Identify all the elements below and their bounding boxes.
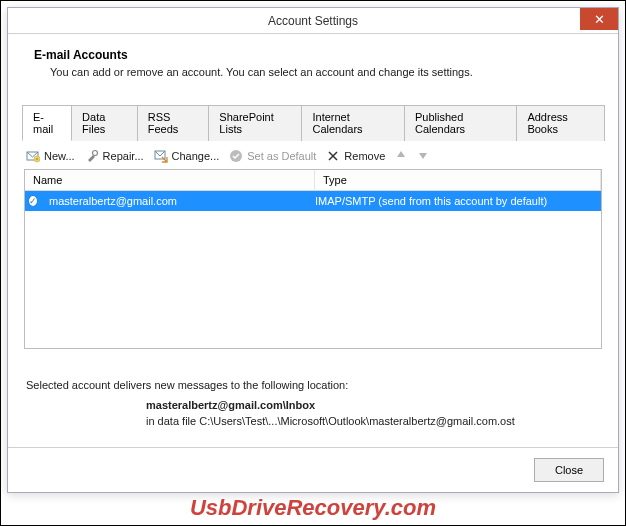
repair-icon (85, 149, 99, 163)
tab-label: Internet Calendars (312, 111, 362, 135)
check-icon (229, 149, 243, 163)
delivery-target: masteralbertz@gmail.com\Inbox (26, 399, 600, 411)
tab-label: Address Books (527, 111, 567, 135)
default-account-icon: ✓ (25, 195, 43, 207)
column-headers: Name Type (25, 170, 601, 191)
change-button[interactable]: Change... (154, 149, 220, 163)
tab-rss-feeds[interactable]: RSS Feeds (137, 105, 210, 141)
window-close-button[interactable]: ✕ (580, 8, 618, 30)
change-icon (154, 149, 168, 163)
new-icon (26, 149, 40, 163)
remove-icon (326, 149, 340, 163)
tab-email[interactable]: E-mail (22, 105, 72, 141)
tab-data-files[interactable]: Data Files (71, 105, 138, 141)
header-description: You can add or remove an account. You ca… (34, 66, 600, 78)
remove-label: Remove (344, 150, 385, 162)
dialog-footer: Close (8, 447, 618, 492)
set-default-button: Set as Default (229, 149, 316, 163)
watermark-text: UsbDriveRecovery.com (190, 495, 436, 521)
account-type-cell: IMAP/SMTP (send from this account by def… (309, 195, 601, 207)
header-title: E-mail Accounts (34, 48, 600, 62)
tab-sharepoint-lists[interactable]: SharePoint Lists (208, 105, 302, 141)
account-settings-dialog: Account Settings ✕ E-mail Accounts You c… (7, 7, 619, 493)
tab-label: Published Calendars (415, 111, 465, 135)
repair-label: Repair... (103, 150, 144, 162)
account-name-cell: masteralbertz@gmail.com (43, 195, 309, 207)
titlebar: Account Settings ✕ (8, 8, 618, 34)
tab-strip: E-mail Data Files RSS Feeds SharePoint L… (22, 104, 604, 141)
change-label: Change... (172, 150, 220, 162)
tab-label: SharePoint Lists (219, 111, 273, 135)
arrow-down-icon (417, 149, 429, 161)
tab-published-calendars[interactable]: Published Calendars (404, 105, 517, 141)
move-down-button (417, 149, 429, 163)
tab-label: RSS Feeds (148, 111, 179, 135)
new-button[interactable]: New... (26, 149, 75, 163)
svg-point-2 (92, 151, 97, 156)
dialog-title: Account Settings (268, 14, 358, 28)
table-row[interactable]: ✓ masteralbertz@gmail.com IMAP/SMTP (sen… (25, 191, 601, 211)
new-label: New... (44, 150, 75, 162)
arrow-up-icon (395, 149, 407, 161)
move-up-button (395, 149, 407, 163)
tab-label: Data Files (82, 111, 105, 135)
remove-button[interactable]: Remove (326, 149, 385, 163)
repair-button[interactable]: Repair... (85, 149, 144, 163)
close-icon: ✕ (594, 12, 605, 27)
tab-internet-calendars[interactable]: Internet Calendars (301, 105, 405, 141)
column-type[interactable]: Type (315, 170, 601, 190)
header-block: E-mail Accounts You can add or remove an… (8, 34, 618, 84)
tab-label: E-mail (33, 111, 53, 135)
tab-address-books[interactable]: Address Books (516, 105, 605, 141)
close-button[interactable]: Close (534, 458, 604, 482)
account-list: Name Type ✓ masteralbertz@gmail.com IMAP… (24, 169, 602, 349)
default-label: Set as Default (247, 150, 316, 162)
toolbar: New... Repair... Change... Set as Defaul… (8, 141, 618, 169)
delivery-path: in data file C:\Users\Test\...\Microsoft… (26, 415, 600, 427)
watermark: UsbDriveRecovery.com (1, 495, 625, 521)
info-line-1: Selected account delivers new messages t… (26, 379, 600, 391)
column-name[interactable]: Name (25, 170, 315, 190)
delivery-info: Selected account delivers new messages t… (26, 379, 600, 427)
